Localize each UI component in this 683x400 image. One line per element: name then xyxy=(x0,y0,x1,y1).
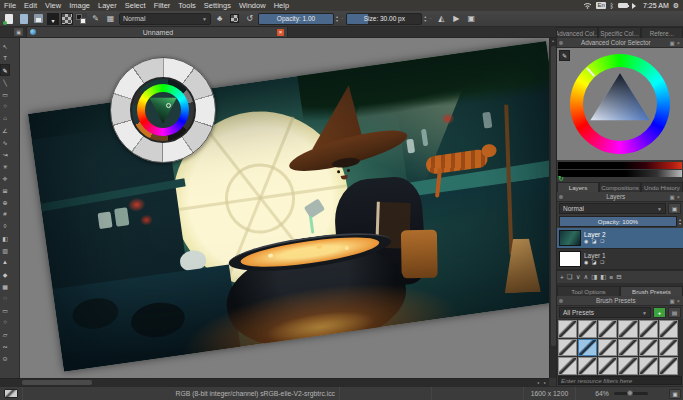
brush-preset-tile[interactable] xyxy=(618,339,637,357)
brush-preset-tile[interactable] xyxy=(598,320,617,338)
new-document-button[interactable] xyxy=(2,12,15,25)
brush-preset-tile[interactable] xyxy=(618,357,637,375)
save-button[interactable] xyxy=(32,12,45,25)
selector-tab[interactable]: Advanced Col... xyxy=(556,27,598,38)
preset-chooser-button[interactable] xyxy=(228,12,241,25)
system-tray[interactable]: En ᛒ 7:25 AM ⚙ xyxy=(583,0,683,11)
layer-property-icons[interactable]: ◉ ◪ ❍ xyxy=(584,238,606,245)
tool-line[interactable]: ╲ xyxy=(0,76,10,88)
tool-select-elliptical[interactable]: ○ xyxy=(0,316,10,328)
duplicate-layer-button[interactable]: ❏ xyxy=(567,273,573,281)
tool-dynamic-brush[interactable]: ✳ xyxy=(0,160,10,172)
tool-gradient[interactable]: ▥ xyxy=(0,244,10,256)
edit-brush-button[interactable]: ✎ xyxy=(89,12,102,25)
subwindow-icon[interactable]: ▣ xyxy=(14,28,23,36)
brush-preset-tile[interactable] xyxy=(639,339,658,357)
shade-gradient-strip[interactable] xyxy=(558,162,682,169)
float-docker-button[interactable]: ▣ xyxy=(669,40,676,46)
fg-bg-color-button[interactable] xyxy=(75,13,87,25)
delete-layer-button[interactable]: ⊟ xyxy=(616,273,621,281)
brush-preset-tile[interactable] xyxy=(659,339,678,357)
opacity-spinner[interactable]: ▴▾ xyxy=(336,15,338,23)
tool-pan[interactable]: ⊙ xyxy=(0,352,10,364)
brush-preset-tile[interactable] xyxy=(558,320,577,338)
brush-preset-tile[interactable] xyxy=(558,339,577,357)
canvas-vertical-scrollbar[interactable]: ▴ xyxy=(549,38,556,378)
tool-polygon[interactable]: ⌂ xyxy=(0,112,10,124)
menu-item[interactable]: Select xyxy=(121,1,150,10)
docker-tab[interactable]: Layers xyxy=(557,182,599,192)
layer-opacity-spinner[interactable]: ▴▾ xyxy=(679,218,681,226)
docker-tab[interactable]: Tool Options xyxy=(557,286,620,296)
brush-preset-tile[interactable] xyxy=(618,320,637,338)
selector-tab[interactable]: Specific Col... xyxy=(598,27,640,38)
preset-view-mode-button[interactable]: ▤ xyxy=(668,307,681,318)
layer-row[interactable]: Layer 2 ◉ ◪ ❍ xyxy=(557,228,683,249)
size-spinner[interactable]: ▴▾ xyxy=(424,15,426,23)
menu-item[interactable]: Tools xyxy=(174,1,200,10)
add-layer-button[interactable]: + xyxy=(560,274,564,281)
popup-palette-sv-triangle[interactable] xyxy=(145,92,181,128)
tool-bezier-curve[interactable]: ∿ xyxy=(0,136,10,148)
brush-settings-button[interactable]: ♣ xyxy=(213,12,226,25)
reload-preset-button[interactable]: ↺ xyxy=(243,12,256,25)
tool-fill[interactable]: ◧ xyxy=(0,232,10,244)
brush-tip-button[interactable]: ▦ xyxy=(104,12,117,25)
tool-freehand-path[interactable]: ↝ xyxy=(0,148,10,160)
popup-palette-center[interactable] xyxy=(145,92,181,128)
brush-preset-tile[interactable] xyxy=(578,320,597,338)
layer-style-button[interactable]: ◧ xyxy=(600,273,606,281)
menu-item[interactable]: View xyxy=(41,1,65,10)
brush-preset-tile[interactable] xyxy=(639,357,658,375)
zoom-slider-handle[interactable] xyxy=(627,390,633,396)
brush-preset-tile[interactable] xyxy=(598,357,617,375)
brush-preset-tile[interactable] xyxy=(598,339,617,357)
mirror-horizontal-button[interactable]: ▶ xyxy=(450,12,463,25)
menu-item[interactable]: Layer xyxy=(94,1,121,10)
add-preset-button[interactable]: + xyxy=(653,307,666,318)
size-slider[interactable]: Size: 30.00 px xyxy=(346,13,422,25)
tool-text[interactable]: T xyxy=(0,52,10,64)
value-gradient-strip[interactable] xyxy=(558,170,682,177)
blend-mode-select[interactable]: Normal▼ xyxy=(119,13,211,25)
current-brush-segment[interactable] xyxy=(0,387,22,400)
tool-freehand-brush[interactable]: ✎ xyxy=(0,64,10,76)
canvas-painting[interactable] xyxy=(28,41,549,371)
zoom-slider[interactable] xyxy=(614,392,648,395)
tool-grid[interactable]: ▦ xyxy=(0,280,10,292)
brush-preset-tile[interactable] xyxy=(578,339,597,357)
menu-item[interactable]: Filter xyxy=(150,1,175,10)
menu-item[interactable]: Window xyxy=(235,1,270,10)
float-docker-button[interactable]: ▣ xyxy=(669,298,676,304)
color-selector-settings-button[interactable]: ✎ xyxy=(559,50,570,61)
advanced-color-selector[interactable]: ✎ xyxy=(557,48,683,160)
brush-preset-tile[interactable] xyxy=(578,357,597,375)
close-tab-button[interactable]: × xyxy=(277,29,284,36)
menu-item[interactable]: File xyxy=(0,1,20,10)
docker-tab[interactable]: Compositions xyxy=(599,182,641,192)
canvas-horizontal-scrollbar[interactable]: ◂ ▸ xyxy=(0,378,549,386)
layer-property-icons[interactable]: ◉ ◪ ❍ xyxy=(584,259,606,266)
docker-tab[interactable]: Undo History xyxy=(641,182,683,192)
brush-preset-tile[interactable] xyxy=(639,320,658,338)
tool-pattern-edit[interactable]: ◆ xyxy=(0,268,10,280)
tool-crop[interactable]: # xyxy=(0,208,10,220)
mirror-vertical-button[interactable]: ◭ xyxy=(435,12,448,25)
wrap-around-button[interactable]: ▣ xyxy=(465,12,478,25)
pattern-chooser-button[interactable] xyxy=(61,13,73,25)
menu-item[interactable]: Edit xyxy=(20,1,41,10)
hue-ring[interactable] xyxy=(570,54,670,154)
layer-opacity-slider[interactable]: Opacity: 100% xyxy=(559,216,677,227)
tool-select-freehand[interactable]: ∾ xyxy=(0,340,10,352)
layer-mask-button[interactable]: ◨ xyxy=(591,273,597,281)
layer-row[interactable]: Layer 1 ◉ ◪ ❍ xyxy=(557,249,683,270)
tool-select-rectangular[interactable]: ▭ xyxy=(0,304,10,316)
tool-polyline[interactable]: ∠ xyxy=(0,124,10,136)
fit-page-button[interactable]: ▣ xyxy=(669,389,681,399)
tool-shape-select[interactable]: ↖ xyxy=(0,40,10,52)
close-docker-button[interactable]: × xyxy=(676,194,681,200)
preset-filter-select[interactable]: All Presets▼ xyxy=(559,307,651,318)
popup-palette[interactable] xyxy=(110,57,216,163)
docker-tab[interactable]: Brush Presets xyxy=(620,286,683,296)
move-layer-down-button[interactable]: ∨ xyxy=(576,273,581,281)
